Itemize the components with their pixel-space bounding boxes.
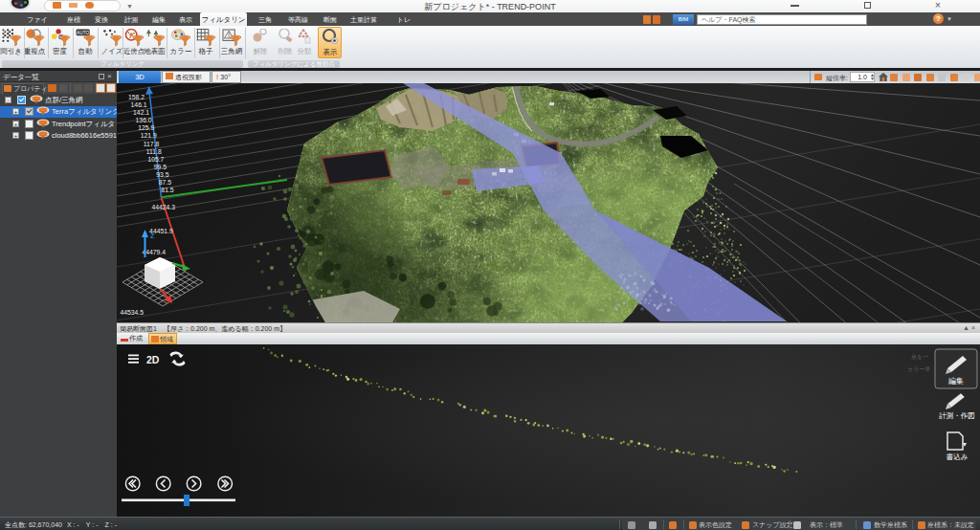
- svg-text:2D: 2D: [146, 354, 160, 365]
- svg-text:81.5: 81.5: [161, 187, 173, 193]
- svg-text:146.1: 146.1: [131, 101, 147, 108]
- svg-text:Z: Z: [150, 232, 155, 239]
- svg-text:158.2: 158.2: [128, 94, 145, 100]
- svg-text:編集: 編集: [947, 377, 964, 386]
- svg-text:44424.3: 44424.3: [151, 204, 175, 210]
- svg-text:点を一: 点を一: [911, 354, 928, 360]
- svg-text:117.8: 117.8: [144, 141, 160, 147]
- svg-text:計測・作図: 計測・作図: [939, 411, 975, 420]
- svg-text:カラー単: カラー単: [907, 365, 930, 372]
- svg-text:111.8: 111.8: [146, 148, 162, 155]
- svg-text:99.5: 99.5: [154, 164, 167, 170]
- svg-text:125.9: 125.9: [138, 124, 154, 131]
- svg-text:142.1: 142.1: [133, 109, 149, 116]
- svg-text:書込み: 書込み: [947, 453, 969, 461]
- svg-text:87.5: 87.5: [159, 179, 171, 186]
- svg-text:121.9: 121.9: [141, 132, 157, 139]
- svg-text:AUTO: AUTO: [77, 31, 89, 35]
- svg-text:44534.5: 44534.5: [120, 309, 144, 316]
- svg-text:93.5: 93.5: [156, 171, 168, 178]
- svg-text:105.7: 105.7: [147, 156, 164, 163]
- svg-text:136.0: 136.0: [136, 117, 152, 123]
